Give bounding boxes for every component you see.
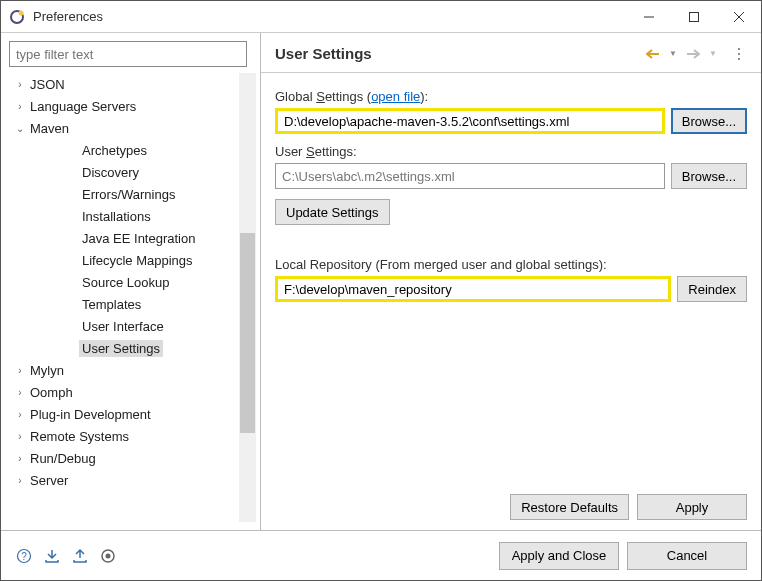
svg-rect-3 [689,12,698,21]
svg-point-12 [106,553,111,558]
back-icon[interactable] [645,46,661,62]
chevron-right-icon[interactable]: › [13,453,27,464]
right-panel: User Settings ▼ ▼ Global Settings (open … [261,33,761,530]
maximize-button[interactable] [671,1,716,33]
tree-item[interactable]: ›Plug-in Development [9,403,239,425]
page-title: User Settings [275,45,645,62]
tree-item[interactable]: Java EE Integration [9,227,239,249]
preferences-tree[interactable]: ›JSON›Language Servers⌄MavenArchetypesDi… [9,73,239,522]
local-repo-label: Local Repository (From merged user and g… [275,257,747,272]
tree-item[interactable]: ⌄Maven [9,117,239,139]
tree-item[interactable]: Installations [9,205,239,227]
tree-item[interactable]: User Interface [9,315,239,337]
tree-item-label: Language Servers [27,98,139,115]
global-browse-button[interactable]: Browse... [671,108,747,134]
chevron-right-icon[interactable]: › [13,365,27,376]
filter-input[interactable] [9,41,247,67]
tree-item[interactable]: Source Lookup [9,271,239,293]
apply-close-button[interactable]: Apply and Close [499,542,619,570]
close-button[interactable] [716,1,761,33]
tree-item-label: Server [27,472,71,489]
tree-item-label: Installations [79,208,154,225]
tree-item-label: Templates [79,296,144,313]
user-browse-button[interactable]: Browse... [671,163,747,189]
help-icon[interactable]: ? [15,547,33,565]
tree-item-label: Remote Systems [27,428,132,445]
svg-point-6 [738,48,740,50]
tree-item[interactable]: Discovery [9,161,239,183]
chevron-right-icon[interactable]: › [13,431,27,442]
tree-item[interactable]: Errors/Warnings [9,183,239,205]
content-area: Global Settings (open file): Browse... U… [261,73,761,530]
chevron-right-icon[interactable]: › [13,409,27,420]
tree-item[interactable]: Templates [9,293,239,315]
reindex-button[interactable]: Reindex [677,276,747,302]
scrollbar-thumb[interactable] [240,233,255,433]
restore-defaults-button[interactable]: Restore Defaults [510,494,629,520]
tree-item[interactable]: ›Language Servers [9,95,239,117]
forward-menu-icon[interactable]: ▼ [705,46,721,62]
chevron-right-icon[interactable]: › [13,475,27,486]
chevron-right-icon[interactable]: › [13,387,27,398]
tree-item-label: Maven [27,120,72,137]
svg-point-7 [738,53,740,55]
tree-item-label: Java EE Integration [79,230,198,247]
cancel-button[interactable]: Cancel [627,542,747,570]
view-menu-icon[interactable] [731,46,747,62]
tree-item[interactable]: User Settings [9,337,239,359]
chevron-down-icon[interactable]: ⌄ [13,123,27,134]
forward-icon[interactable] [685,46,701,62]
svg-text:?: ? [21,551,27,562]
global-settings-input[interactable] [275,108,665,134]
chevron-right-icon[interactable]: › [13,101,27,112]
tree-item-label: Run/Debug [27,450,99,467]
update-settings-button[interactable]: Update Settings [275,199,390,225]
tree-item-label: Errors/Warnings [79,186,178,203]
page-header: User Settings ▼ ▼ [261,33,761,73]
tree-item-label: Plug-in Development [27,406,154,423]
tree-item[interactable]: ›Mylyn [9,359,239,381]
tree-item-label: User Settings [79,340,163,357]
tree-item[interactable]: Archetypes [9,139,239,161]
titlebar: Preferences [1,1,761,33]
tree-item[interactable]: Lifecycle Mappings [9,249,239,271]
tree-item-label: Mylyn [27,362,67,379]
global-settings-label: Global Settings (open file): [275,89,747,104]
tree-item-label: Oomph [27,384,76,401]
app-icon [9,9,25,25]
tree-scrollbar[interactable] [239,73,256,522]
tree-item[interactable]: ›Server [9,469,239,491]
tree-item-label: Lifecycle Mappings [79,252,196,269]
local-repo-input[interactable] [275,276,671,302]
tree-item-label: JSON [27,76,68,93]
tree-item[interactable]: ›Run/Debug [9,447,239,469]
chevron-right-icon[interactable]: › [13,79,27,90]
tree-item-label: Archetypes [79,142,150,159]
bottombar: ? Apply and Close Cancel [1,530,761,580]
user-settings-input[interactable] [275,163,665,189]
oomph-icon[interactable] [99,547,117,565]
apply-button[interactable]: Apply [637,494,747,520]
tree-item[interactable]: ›JSON [9,73,239,95]
svg-point-8 [738,58,740,60]
import-icon[interactable] [43,547,61,565]
tree-item-label: Source Lookup [79,274,172,291]
export-icon[interactable] [71,547,89,565]
minimize-button[interactable] [626,1,671,33]
left-panel: ›JSON›Language Servers⌄MavenArchetypesDi… [1,33,261,530]
tree-item[interactable]: ›Remote Systems [9,425,239,447]
window-title: Preferences [33,9,626,24]
back-menu-icon[interactable]: ▼ [665,46,681,62]
tree-item-label: Discovery [79,164,142,181]
user-settings-label: User Settings: [275,144,747,159]
svg-point-1 [19,10,24,15]
open-file-link[interactable]: open file [371,89,420,104]
tree-item[interactable]: ›Oomph [9,381,239,403]
tree-item-label: User Interface [79,318,167,335]
